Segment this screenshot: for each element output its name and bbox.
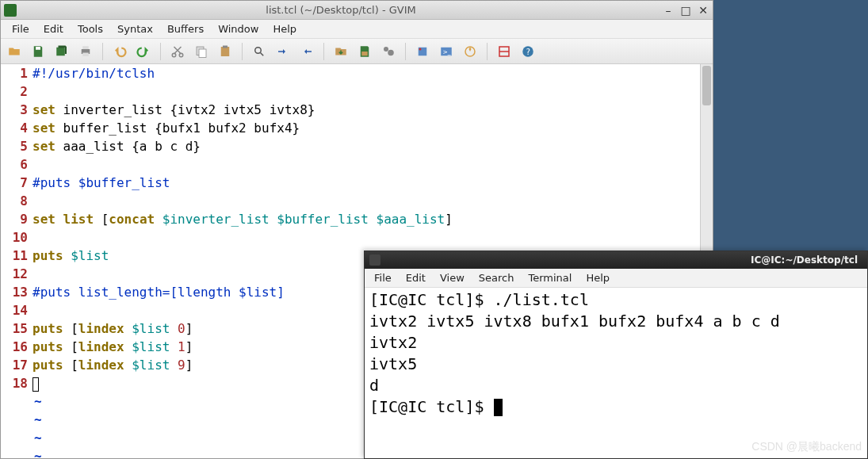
- terminal-menubar: FileEditViewSearchTerminalHelp: [365, 269, 867, 288]
- minimize-button[interactable]: –: [662, 4, 675, 17]
- find-prev-icon[interactable]: [296, 41, 317, 62]
- open-icon[interactable]: [4, 41, 25, 62]
- print-icon[interactable]: [75, 41, 96, 62]
- find-next-icon[interactable]: [273, 41, 293, 62]
- gvim-app-icon: [4, 4, 17, 17]
- cut-icon[interactable]: [167, 41, 188, 62]
- line-number: 7: [1, 174, 28, 192]
- svg-rect-8: [221, 47, 230, 56]
- line-number: 5: [1, 137, 28, 155]
- term-menu-help[interactable]: Help: [579, 270, 616, 285]
- copy-icon[interactable]: [191, 41, 212, 62]
- menu-file[interactable]: File: [6, 21, 36, 36]
- menu-help[interactable]: Help: [266, 21, 303, 36]
- line-number: 4: [1, 119, 28, 137]
- svg-text:?: ?: [526, 47, 530, 55]
- svg-rect-9: [223, 45, 228, 48]
- line-number: 3: [1, 101, 28, 119]
- paste-icon[interactable]: [215, 41, 235, 62]
- code-line[interactable]: [33, 82, 700, 101]
- line-number: 15: [1, 319, 28, 338]
- line-number: 9: [1, 210, 28, 228]
- svg-text:>_: >_: [443, 48, 451, 55]
- code-line[interactable]: [33, 192, 700, 210]
- svg-point-12: [388, 49, 394, 55]
- help-icon[interactable]: ?: [518, 41, 538, 62]
- line-number: 16: [1, 338, 28, 356]
- scrollbar-thumb[interactable]: [702, 66, 711, 105]
- code-line[interactable]: [33, 155, 700, 174]
- term-menu-view[interactable]: View: [434, 270, 471, 285]
- terminal-line: ivtx2 ivtx5 ivtx8 bufx1 bufx2 bufx4 a b …: [369, 311, 862, 332]
- shell-icon[interactable]: >_: [436, 41, 457, 62]
- line-number: 10: [1, 228, 28, 247]
- terminal-line: ivtx5: [369, 354, 862, 375]
- line-number: 13: [1, 283, 28, 301]
- svg-point-14: [419, 48, 422, 50]
- term-menu-edit[interactable]: Edit: [400, 270, 432, 285]
- menu-syntax[interactable]: Syntax: [111, 21, 159, 36]
- new-window-icon[interactable]: [494, 41, 514, 62]
- line-number: 11: [1, 247, 28, 265]
- svg-point-4: [172, 53, 176, 57]
- line-number: 8: [1, 192, 28, 210]
- make-icon[interactable]: [412, 41, 433, 62]
- line-number: 14: [1, 301, 28, 319]
- line-number: 17: [1, 356, 28, 374]
- menu-edit[interactable]: Edit: [37, 21, 70, 36]
- term-menu-file[interactable]: File: [368, 270, 398, 285]
- close-button[interactable]: ✕: [697, 4, 709, 17]
- svg-rect-0: [36, 47, 40, 50]
- text-cursor: [33, 377, 39, 392]
- svg-point-10: [255, 47, 262, 53]
- find-replace-icon[interactable]: [249, 41, 270, 62]
- line-number: 1: [1, 64, 28, 82]
- save-all-icon[interactable]: [52, 41, 72, 62]
- menu-window[interactable]: Window: [212, 21, 265, 36]
- gvim-menubar: FileEditToolsSyntaxBuffersWindowHelp: [1, 20, 713, 39]
- svg-rect-7: [199, 49, 206, 58]
- svg-rect-2: [82, 46, 89, 49]
- line-number-gutter: 123456789101112131415161718: [1, 64, 33, 458]
- session-load-icon[interactable]: [331, 41, 351, 62]
- svg-point-11: [384, 47, 388, 52]
- redo-icon[interactable]: [133, 41, 154, 62]
- term-menu-terminal[interactable]: Terminal: [522, 270, 578, 285]
- run-script-icon[interactable]: [378, 41, 399, 62]
- term-menu-search[interactable]: Search: [472, 270, 521, 285]
- terminal-line: [IC@IC tcl]$: [369, 396, 862, 418]
- code-line[interactable]: #puts $buffer_list: [33, 174, 700, 192]
- code-line[interactable]: set aaa_list {a b c d}: [33, 137, 700, 155]
- code-line[interactable]: set buffer_list {bufx1 bufx2 bufx4}: [33, 119, 700, 137]
- svg-point-5: [179, 53, 183, 57]
- line-number: 6: [1, 155, 28, 174]
- tags-icon[interactable]: [460, 41, 480, 62]
- code-line[interactable]: set list [concat $inverter_list $buffer_…: [33, 210, 700, 228]
- terminal-titlebar[interactable]: IC@IC:~/Desktop/tcl: [365, 251, 867, 269]
- menu-tools[interactable]: Tools: [71, 21, 109, 36]
- line-number: 18: [1, 374, 28, 392]
- watermark: CSDN @晨曦backend: [751, 440, 862, 454]
- save-icon[interactable]: [28, 41, 48, 62]
- session-save-icon[interactable]: [354, 41, 375, 62]
- gvim-title: list.tcl (~/Desktop/tcl) - GVIM: [20, 4, 662, 16]
- terminal-line: [IC@IC tcl]$ ./list.tcl: [369, 289, 862, 311]
- terminal-cursor: [494, 399, 503, 416]
- maximize-button[interactable]: □: [679, 4, 692, 17]
- terminal-title: IC@IC:~/Desktop/tcl: [385, 254, 862, 266]
- terminal-window: IC@IC:~/Desktop/tcl FileEditViewSearchTe…: [364, 251, 868, 459]
- svg-rect-3: [82, 52, 89, 56]
- undo-icon[interactable]: [109, 41, 130, 62]
- gvim-titlebar[interactable]: list.tcl (~/Desktop/tcl) - GVIM – □ ✕: [1, 1, 713, 20]
- terminal-line: ivtx2: [369, 332, 862, 354]
- terminal-app-icon: [369, 254, 380, 266]
- line-number: 12: [1, 265, 28, 283]
- gvim-toolbar: >_ ?: [1, 39, 713, 64]
- code-line[interactable]: #!/usr/bin/tclsh: [33, 64, 700, 82]
- menu-buffers[interactable]: Buffers: [161, 21, 210, 36]
- code-line[interactable]: set inverter_list {ivtx2 ivtx5 ivtx8}: [33, 101, 700, 119]
- code-line[interactable]: [33, 228, 700, 247]
- terminal-line: d: [369, 375, 862, 396]
- line-number: 2: [1, 82, 28, 101]
- terminal-body[interactable]: [IC@IC tcl]$ ./list.tclivtx2 ivtx5 ivtx8…: [365, 288, 867, 458]
